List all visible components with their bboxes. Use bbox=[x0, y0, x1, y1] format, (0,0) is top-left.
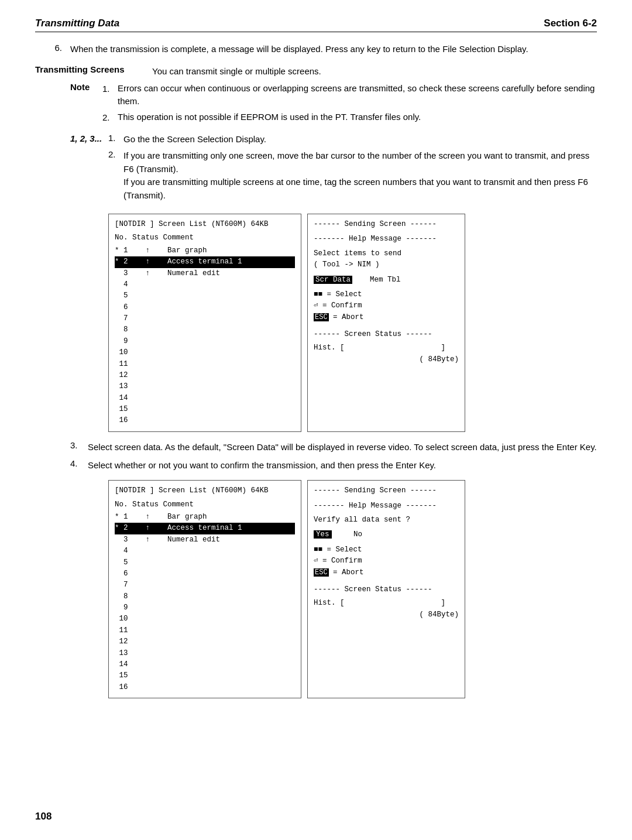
step-6-text: When the transmission is complete, a mes… bbox=[70, 43, 597, 56]
help-message-2: ------- Help Message ------- bbox=[314, 500, 459, 512]
abort-key-2: ESC = Abort bbox=[314, 567, 459, 578]
steps-block: 1, 2, 3... 1. Go the the Screen Selectio… bbox=[70, 133, 597, 206]
row-1-12: 12 bbox=[115, 370, 295, 381]
confirm-key-1: ⏎ = Confirm bbox=[314, 300, 459, 311]
screen-header-2: [NOTDIR ] Screen List (NT600M) 64KB bbox=[115, 485, 295, 496]
sending-screen-2: ------ Sending Screen ------ bbox=[314, 485, 459, 496]
hist-1: Hist. [ ] bbox=[314, 342, 459, 354]
row-1-13: 13 bbox=[115, 381, 295, 392]
select-key-1: ■■ = Select bbox=[314, 289, 459, 300]
note-label: Note bbox=[70, 82, 102, 127]
page: Transmitting Data Section 6-2 6. When th… bbox=[0, 0, 632, 840]
verify-text-2: Verify all data sent ? bbox=[314, 515, 459, 526]
row-1-8: 8 bbox=[115, 324, 295, 335]
row-1-11: 11 bbox=[115, 359, 295, 370]
screen-diagram-2: [NOTDIR ] Screen List (NT600M) 64KB No. … bbox=[108, 480, 597, 698]
step-2-num: 2. bbox=[108, 149, 123, 202]
row-2-7: 7 bbox=[115, 580, 295, 591]
row-1-1: * 1 ↑ Bar graph bbox=[115, 245, 295, 256]
confirm-key-2: ⏎ = Confirm bbox=[314, 556, 459, 567]
screen-right-2: ------ Sending Screen ------ ------- Hel… bbox=[307, 480, 465, 698]
row-1-14: 14 bbox=[115, 393, 295, 404]
no-label-2: No bbox=[353, 530, 362, 539]
row-2-16: 16 bbox=[115, 682, 295, 693]
byte-2: ( 84Byte) bbox=[314, 609, 459, 620]
abort-key-1: ESC = Abort bbox=[314, 312, 459, 323]
help-message-1: ------- Help Message ------- bbox=[314, 234, 459, 245]
keys-block-2: ■■ = Select ⏎ = Confirm ESC = Abort bbox=[314, 544, 459, 578]
yes-no-row-2: Yes No bbox=[314, 529, 459, 540]
row-1-10: 10 bbox=[115, 347, 295, 358]
row-2-1: * 1 ↑ Bar graph bbox=[115, 512, 295, 523]
tool-nim-1: ( Tool -> NIM ) bbox=[314, 259, 459, 270]
screen-status-1: ------ Screen Status ------ bbox=[314, 329, 459, 340]
row-2-15: 15 bbox=[115, 670, 295, 681]
esc-btn-1: ESC bbox=[314, 313, 329, 321]
row-2-2: * 2 ↑ Access terminal 1 bbox=[115, 523, 295, 534]
select-key-2: ■■ = Select bbox=[314, 544, 459, 556]
step-3-row: 3. Select screen data. As the default, "… bbox=[70, 440, 597, 454]
screen-status-2: ------ Screen Status ------ bbox=[314, 584, 459, 595]
screen-left-1: [NOTDIR ] Screen List (NT600M) 64KB No. … bbox=[108, 214, 301, 432]
row-1-6: 6 bbox=[115, 302, 295, 313]
row-2-14: 14 bbox=[115, 659, 295, 670]
screen-col-header-2: No. Status Comment bbox=[115, 499, 295, 510]
row-2-9: 9 bbox=[115, 602, 295, 613]
row-1-4: 4 bbox=[115, 279, 295, 290]
section-title-right: Section 6-2 bbox=[544, 18, 597, 29]
step-3-num: 3. bbox=[70, 440, 88, 454]
step-4-num: 4. bbox=[70, 458, 88, 472]
note-item-2: 2. This operation is not possible if EEP… bbox=[102, 111, 597, 125]
section-title-left: Transmitting Data bbox=[35, 18, 119, 29]
step-4-text: Select whether or not you want to confir… bbox=[88, 458, 597, 472]
step-6-row: 6. When the transmission is complete, a … bbox=[35, 43, 597, 56]
row-1-16: 16 bbox=[115, 415, 295, 426]
step-1: 1. Go the the Screen Selection Display. bbox=[108, 133, 597, 146]
step-2-text: If you are transmitting only one screen,… bbox=[123, 149, 597, 202]
esc-btn-2: ESC bbox=[314, 568, 329, 577]
screen-diagram-1: [NOTDIR ] Screen List (NT600M) 64KB No. … bbox=[108, 214, 597, 432]
keys-block-1: ■■ = Select ⏎ = Confirm ESC = Abort bbox=[314, 289, 459, 323]
screen-left-2: [NOTDIR ] Screen List (NT600M) 64KB No. … bbox=[108, 480, 301, 698]
row-2-10: 10 bbox=[115, 613, 295, 625]
content-area: 6. When the transmission is complete, a … bbox=[35, 43, 597, 698]
row-2-4: 4 bbox=[115, 546, 295, 557]
row-1-7: 7 bbox=[115, 313, 295, 324]
scr-data-btn-1[interactable]: Scr Data bbox=[314, 276, 352, 284]
row-2-6: 6 bbox=[115, 568, 295, 580]
row-2-12: 12 bbox=[115, 636, 295, 647]
step-2: 2. If you are transmitting only one scre… bbox=[108, 149, 597, 202]
select-items-1: Select items to send bbox=[314, 248, 459, 259]
note-content: 1. Errors can occur when continuous or o… bbox=[102, 82, 597, 127]
yes-btn-2[interactable]: Yes bbox=[314, 530, 332, 539]
page-number: 108 bbox=[35, 811, 51, 822]
mem-tbl-1: Mem Tbl bbox=[370, 276, 401, 284]
screen-header-1: [NOTDIR ] Screen List (NT600M) 64KB bbox=[115, 219, 295, 230]
note-block: Note 1. Errors can occur when continuous… bbox=[70, 82, 597, 127]
transmitting-screens-label: Transmitting Screens bbox=[35, 64, 152, 74]
row-1-5: 5 bbox=[115, 290, 295, 301]
row-1-15: 15 bbox=[115, 404, 295, 415]
note-item-1: 1. Errors can occur when continuous or o… bbox=[102, 82, 597, 108]
screen-right-1: ------ Sending Screen ------ ------- Hel… bbox=[307, 214, 465, 432]
transmitting-screens-section: Transmitting Screens You can transmit si… bbox=[35, 64, 597, 78]
note-num-2: 2. bbox=[102, 111, 118, 125]
note-num-1: 1. bbox=[102, 82, 118, 108]
row-2-3: 3 ↑ Numeral edit bbox=[115, 534, 295, 546]
scr-mem-row-1: Scr Data Mem Tbl bbox=[314, 275, 459, 286]
step-3-text: Select screen data. As the default, "Scr… bbox=[88, 440, 597, 454]
page-header: Transmitting Data Section 6-2 bbox=[35, 18, 597, 32]
step-1-text: Go the the Screen Selection Display. bbox=[123, 133, 597, 146]
steps-content: 1. Go the the Screen Selection Display. … bbox=[108, 133, 597, 206]
row-2-8: 8 bbox=[115, 591, 295, 602]
row-2-5: 5 bbox=[115, 557, 295, 568]
transmitting-screens-text: You can transmit single or multiple scre… bbox=[152, 64, 597, 78]
row-2-13: 13 bbox=[115, 648, 295, 659]
step-1-num: 1. bbox=[108, 133, 123, 146]
hist-2: Hist. [ ] bbox=[314, 598, 459, 609]
row-2-11: 11 bbox=[115, 625, 295, 636]
step-6-num: 6. bbox=[35, 43, 70, 56]
steps-label: 1, 2, 3... bbox=[70, 133, 108, 206]
row-1-3: 3 ↑ Numeral edit bbox=[115, 268, 295, 279]
byte-1: ( 84Byte) bbox=[314, 354, 459, 365]
